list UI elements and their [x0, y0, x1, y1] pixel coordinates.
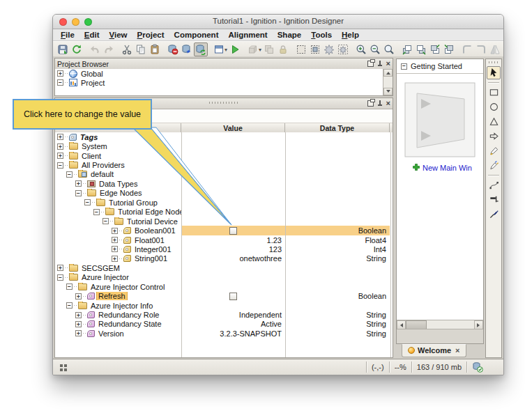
corner-icon[interactable]	[460, 42, 474, 56]
menu-file[interactable]: File	[56, 31, 79, 39]
collapse-toggle[interactable]: −	[102, 218, 109, 224]
node-label[interactable]: Edge Nodes	[98, 189, 144, 197]
value-cell[interactable]	[181, 198, 285, 207]
order2-icon[interactable]	[414, 42, 428, 56]
collapse-toggle[interactable]: −	[57, 79, 63, 86]
close-panel-icon[interactable]: ×	[386, 61, 390, 67]
node-label[interactable]: Tags	[79, 133, 99, 141]
zoom-out-icon[interactable]	[368, 42, 382, 56]
dropdown-caret-icon[interactable]: ▾	[225, 47, 227, 53]
collapse-toggle[interactable]: −	[66, 302, 73, 309]
redo-icon[interactable]	[102, 42, 116, 56]
new-main-window-link[interactable]: New Main Win	[412, 163, 483, 173]
menu-tools[interactable]: Tools	[306, 31, 337, 39]
save-icon[interactable]	[56, 42, 70, 56]
select-rect-icon[interactable]	[294, 42, 308, 56]
tree-row[interactable]: +Client	[55, 151, 393, 160]
select-window-icon[interactable]	[308, 42, 322, 56]
tree-row[interactable]: −Azure Injector Control	[55, 282, 393, 291]
window-new-icon[interactable]	[212, 42, 226, 56]
pen-tool-icon[interactable]	[487, 144, 501, 157]
flip-horizontal-icon[interactable]	[488, 42, 502, 56]
tree-row[interactable]: −Azure Injector Info	[55, 301, 393, 310]
pin-panel-icon[interactable]	[377, 61, 383, 67]
node-label[interactable]: Azure Injector Info	[89, 302, 154, 310]
titlebar[interactable]: Tutorial1 - Ignition - Ignition Designer	[53, 15, 503, 29]
node-label[interactable]: Boolean001	[133, 226, 177, 235]
menu-help[interactable]: Help	[337, 31, 364, 39]
expand-toggle[interactable]: +	[57, 265, 63, 271]
value-cell[interactable]: 123	[181, 244, 285, 254]
expand-toggle[interactable]: +	[57, 134, 63, 140]
tree-row[interactable]: −default	[55, 170, 393, 179]
expand-toggle[interactable]: +	[112, 237, 118, 243]
db-export-icon[interactable]	[180, 42, 194, 56]
order4-icon[interactable]	[442, 42, 456, 56]
project-tree-scrollbar[interactable]	[383, 69, 393, 95]
tree-row[interactable]: +Tags	[55, 132, 393, 141]
node-label[interactable]: Tutorial Edge Node	[116, 208, 181, 216]
tree-row[interactable]: +SECSGEM	[55, 263, 393, 272]
value-cell[interactable]: onetwothree	[181, 254, 285, 263]
project-browser-header[interactable]: Project Browser ×	[55, 59, 393, 70]
expand-toggle[interactable]: +	[75, 321, 82, 327]
horizontal-scrollbar[interactable]	[397, 320, 483, 329]
node-label[interactable]: Integer001	[133, 245, 173, 254]
db-sync-icon[interactable]	[194, 42, 208, 56]
node-label[interactable]: Tutorial Device	[125, 217, 179, 226]
play-icon[interactable]	[228, 42, 242, 56]
scroll-down-icon[interactable]	[383, 88, 393, 95]
value-cell[interactable]	[181, 208, 285, 217]
tree-row[interactable]: +Float0011.23Float4	[55, 235, 393, 244]
node-label[interactable]: All Providers	[80, 161, 126, 169]
collapse-toggle[interactable]: −	[93, 209, 100, 215]
tree-row[interactable]: +Data Types	[55, 179, 393, 188]
tree-row[interactable]: +Integer001123Int4	[55, 244, 393, 254]
project-tree-row[interactable]: −Project	[55, 78, 383, 87]
expand-toggle[interactable]: +	[75, 312, 82, 318]
expand-toggle[interactable]: +	[57, 70, 63, 77]
menu-edit[interactable]: Edit	[79, 31, 105, 39]
value-cell[interactable]	[181, 226, 285, 235]
expand-toggle[interactable]: +	[75, 293, 82, 300]
value-cell[interactable]: 3.2.3-SNAPSHOT	[181, 329, 285, 338]
expand-toggle[interactable]: +	[112, 246, 118, 252]
float-panel-icon[interactable]	[367, 100, 374, 107]
node-label[interactable]: Project	[79, 79, 106, 87]
collapse-toggle[interactable]: −	[66, 283, 73, 290]
spline-pen-icon[interactable]	[487, 159, 501, 172]
tree-row[interactable]: −Edge Nodes	[55, 189, 393, 198]
node-label[interactable]: Redundancy State	[97, 320, 163, 328]
node-label[interactable]: Client	[80, 152, 102, 160]
menu-project[interactable]: Project	[132, 31, 169, 39]
value-cell[interactable]: Independent	[181, 310, 285, 319]
tree-row[interactable]: +String001onetwothreeString	[55, 254, 393, 263]
value-cell[interactable]: 1.23	[181, 235, 285, 244]
paste-icon[interactable]	[148, 42, 162, 56]
menu-component[interactable]: Component	[169, 31, 224, 39]
zoom-in-icon[interactable]	[354, 42, 368, 56]
collapse-toggle[interactable]: −	[75, 190, 82, 196]
scroll-up-icon[interactable]	[383, 69, 393, 77]
tab-welcome[interactable]: Welcome ×	[402, 344, 466, 357]
tree-row[interactable]: −Tutorial Group	[55, 198, 393, 207]
value-cell[interactable]	[181, 160, 285, 169]
instrument-tool-icon[interactable]	[487, 193, 501, 206]
tree-row[interactable]: +Boolean001Boolean	[55, 226, 393, 235]
grid-toggle-icon[interactable]	[60, 364, 63, 367]
ellipse-tool-icon[interactable]	[487, 100, 501, 114]
value-cell[interactable]	[181, 301, 285, 310]
collapse-toggle[interactable]: −	[57, 274, 63, 281]
value-cell[interactable]	[181, 141, 285, 150]
value-cell[interactable]: Active	[181, 320, 285, 329]
expand-toggle[interactable]: +	[75, 180, 82, 187]
menu-alignment[interactable]: Alignment	[223, 31, 272, 39]
tree-row[interactable]: −Tutorial Device	[55, 217, 393, 226]
select-touch-icon[interactable]	[322, 42, 336, 56]
pin-panel-icon[interactable]	[377, 100, 383, 107]
expand-toggle[interactable]: +	[57, 143, 63, 150]
pointer-icon[interactable]	[487, 66, 501, 79]
tree-row[interactable]: +Version3.2.3-SNAPSHOTString	[55, 329, 393, 338]
corner2-icon[interactable]	[474, 42, 488, 56]
tree-row[interactable]: −All Providers	[55, 160, 393, 169]
